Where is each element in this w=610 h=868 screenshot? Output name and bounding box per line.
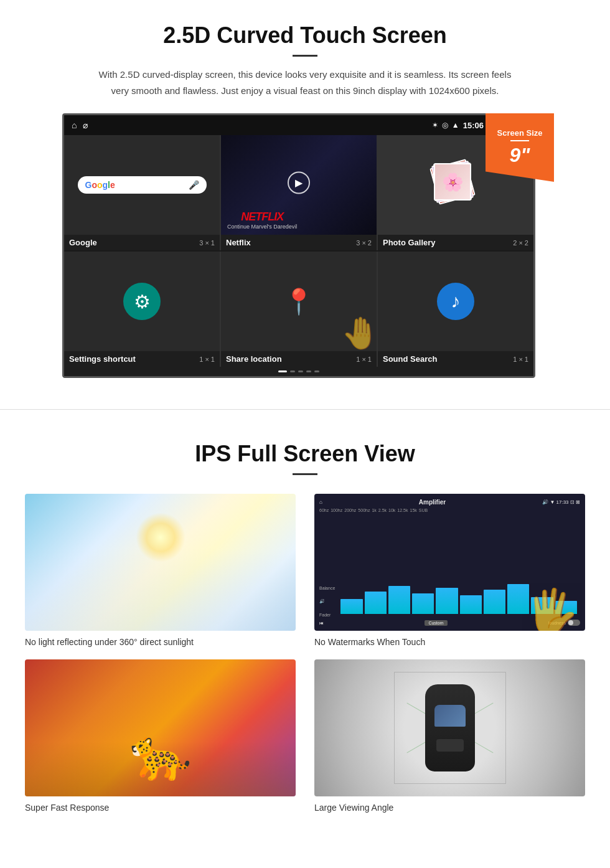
amp-header: ⌂ Amplifier 🔊 ▼ 17:33 ⊡ ⊠	[319, 499, 580, 506]
cheetah-image: 🐆	[25, 659, 296, 796]
netflix-label-row: Netflix 3 × 2	[221, 235, 377, 250]
netflix-grid-size: 3 × 2	[356, 239, 372, 247]
car-roof	[436, 739, 464, 752]
netflix-app-name: Netflix	[226, 238, 251, 247]
amplifier-label: No Watermarks When Touch	[314, 637, 585, 647]
section-divider	[0, 409, 610, 410]
badge-divider	[510, 140, 529, 141]
badge-size: 9"	[510, 144, 530, 167]
android-screen: ⌂ ⌀ ✶ ◎ ▲ 15:06 ⊡ ◁) ⊠ ▭	[62, 113, 535, 378]
page-dot-1	[278, 370, 287, 372]
gallery-label-row: Photo Gallery 2 × 2	[378, 235, 533, 250]
share-location-cell-img: 📍 🤚	[221, 252, 377, 351]
settings-app-name: Settings shortcut	[69, 354, 136, 364]
gallery-grid-size: 2 × 2	[513, 239, 528, 247]
eq-bar-6	[460, 595, 482, 614]
sound-bg: ♪	[378, 252, 533, 351]
feature-car: Large Viewing Angle	[314, 659, 585, 813]
google-search-bar[interactable]: Google 🎤	[78, 176, 207, 194]
google-label-row: Google 3 × 1	[64, 235, 220, 250]
page-dot-5	[314, 370, 319, 372]
settings-label-row: Settings shortcut 1 × 1	[64, 351, 220, 367]
app-cell-netflix[interactable]: ▶ NETFLIX Continue Marvel's Daredevil Ne…	[221, 135, 377, 250]
sound-search-label-row: Sound Search 1 × 1	[378, 351, 533, 367]
features-grid: No light reflecting under 360° direct su…	[25, 494, 585, 813]
feature-sunlight: No light reflecting under 360° direct su…	[25, 494, 296, 647]
app-cell-settings[interactable]: ⚙ Settings shortcut 1 × 1	[64, 252, 220, 367]
sunlight-overlay	[25, 549, 296, 631]
sound-search-cell-img: ♪	[378, 252, 533, 351]
cheetah-emoji: 🐆	[129, 725, 192, 784]
google-logo: Google	[85, 180, 115, 190]
app-cell-google[interactable]: Google 🎤 Google 3 × 1	[64, 135, 220, 250]
amp-status: 🔊 ▼ 17:33 ⊡ ⊠	[542, 499, 580, 505]
amp-body: Balance 🔊 Fader	[319, 514, 580, 617]
netflix-info: NETFLIX Continue Marvel's Daredevil	[227, 210, 297, 230]
google-app-name: Google	[69, 238, 97, 247]
car-body	[425, 684, 475, 771]
car-top-view	[413, 678, 487, 778]
ips-title: IPS Full Screen View	[25, 441, 585, 467]
mic-icon: 🎤	[189, 180, 199, 190]
sunlight-label: No light reflecting under 360° direct su…	[25, 637, 296, 647]
eq-bar-4	[412, 593, 434, 614]
paging-dots	[64, 367, 533, 376]
car-image	[314, 659, 585, 796]
app-grid-row2: ⚙ Settings shortcut 1 × 1 📍 🤚	[64, 252, 533, 367]
feature-amplifier: ⌂ Amplifier 🔊 ▼ 17:33 ⊡ ⊠ 60hz100hz200hz…	[314, 494, 585, 647]
flower-icon: 🌸	[442, 172, 464, 192]
section-curved: 2.5D Curved Touch Screen With 2.5D curve…	[0, 0, 610, 390]
settings-bg: ⚙	[64, 252, 220, 351]
google-bg: Google 🎤	[64, 135, 220, 235]
share-location-grid-size: 1 × 1	[356, 356, 372, 363]
wifi-icon: ▲	[452, 121, 459, 130]
share-bg: 📍 🤚	[221, 252, 377, 351]
status-left: ⌂ ⌀	[72, 120, 88, 130]
location-icon: ◎	[442, 121, 448, 130]
car-windshield	[434, 705, 466, 727]
netflix-cell-img: ▶ NETFLIX Continue Marvel's Daredevil	[221, 135, 377, 235]
amp-freq-labels: 60hz100hz200hz500hz1k2.5k10k12.5k15kSUB	[319, 508, 580, 512]
fader-text: Fader	[319, 613, 335, 617]
eq-bar-3	[388, 586, 410, 614]
page-dot-2	[290, 370, 295, 372]
eq-bar-1	[340, 599, 362, 614]
usb-icon: ⌀	[83, 120, 88, 130]
status-time: 15:06	[463, 121, 484, 130]
gallery-app-name: Photo Gallery	[383, 238, 436, 247]
app-grid-row1: Google 🎤 Google 3 × 1	[64, 135, 533, 250]
toggle-pill[interactable]	[568, 620, 580, 626]
section-ips: IPS Full Screen View No light reflecting…	[0, 428, 610, 831]
fader-label: 🔊	[319, 599, 335, 604]
page-dot-4	[306, 370, 311, 372]
amp-title: Amplifier	[419, 499, 446, 506]
home-icon: ⌂	[72, 120, 77, 130]
car-label: Large Viewing Angle	[314, 803, 585, 813]
app-cell-sound-search[interactable]: ♪ Sound Search 1 × 1	[378, 252, 533, 367]
amplifier-image: ⌂ Amplifier 🔊 ▼ 17:33 ⊡ ⊠ 60hz100hz200hz…	[314, 494, 585, 631]
curved-screen-title: 2.5D Curved Touch Screen	[37, 22, 573, 49]
badge-label: Screen Size	[497, 128, 543, 138]
hand-hint-icon: 🤚	[341, 315, 377, 351]
cheetah-label: Super Fast Response	[25, 803, 296, 813]
share-location-app-name: Share location	[226, 354, 282, 364]
amp-home-icon: ⌂	[319, 499, 322, 505]
sound-icon: ♪	[437, 283, 474, 320]
page-dot-3	[298, 370, 303, 372]
bluetooth-icon: ✶	[432, 121, 438, 130]
ips-title-underline	[293, 473, 317, 475]
prev-btn: ⏮	[319, 621, 324, 625]
settings-icon: ⚙	[123, 283, 161, 320]
settings-cell-img: ⚙	[64, 252, 220, 351]
netflix-play-btn[interactable]: ▶	[288, 171, 310, 194]
feature-cheetah: 🐆 Super Fast Response	[25, 659, 296, 813]
sunlight-image	[25, 494, 296, 631]
share-location-label-row: Share location 1 × 1	[221, 351, 377, 367]
amp-labels: Balance 🔊 Fader	[319, 580, 335, 617]
device-mockup: Screen Size 9" ⌂ ⌀ ✶ ◎ ▲ 15:06 ⊡ ◁) ⊠	[62, 113, 548, 378]
custom-btn[interactable]: Custom	[425, 620, 447, 626]
app-cell-share-location[interactable]: 📍 🤚 Share location 1 × 1	[221, 252, 377, 367]
netflix-subtitle: Continue Marvel's Daredevil	[227, 224, 297, 230]
maps-icon: 📍	[283, 287, 314, 316]
netflix-bg: ▶ NETFLIX Continue Marvel's Daredevil	[221, 135, 377, 235]
